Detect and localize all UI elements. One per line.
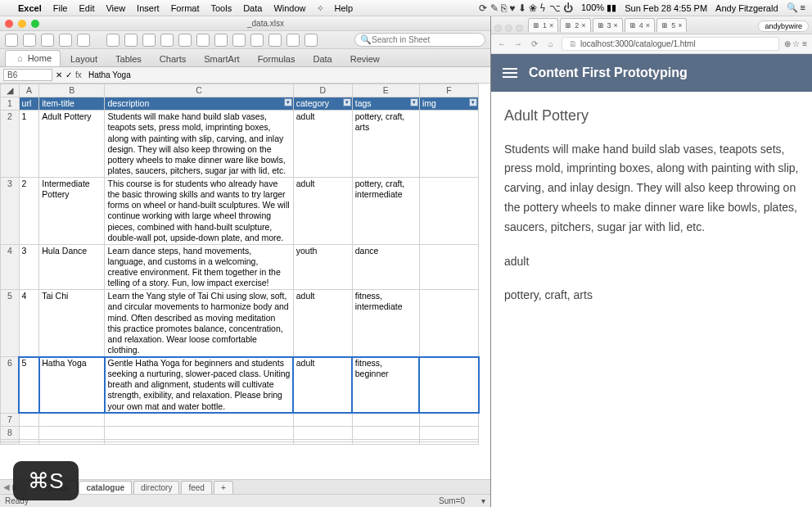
cell[interactable]: adult bbox=[293, 178, 352, 245]
sheet-add-button[interactable]: + bbox=[214, 481, 233, 494]
cell[interactable]: 2 bbox=[19, 178, 39, 245]
menu-format[interactable]: Format bbox=[171, 3, 200, 13]
cell[interactable]: 1 bbox=[19, 111, 39, 178]
header-item-title[interactable]: item-title bbox=[39, 97, 105, 111]
minimize-icon[interactable] bbox=[505, 25, 512, 32]
fullscreen-icon[interactable] bbox=[516, 25, 523, 32]
cell[interactable]: pottery, craft, arts bbox=[352, 111, 419, 178]
row-header[interactable]: 4 bbox=[1, 244, 20, 290]
hamburger-icon[interactable] bbox=[503, 68, 517, 78]
tab-close-icon[interactable]: × bbox=[614, 21, 618, 29]
qat-undo[interactable] bbox=[178, 34, 192, 47]
menu-help[interactable]: Help bbox=[335, 3, 354, 13]
view-controls[interactable]: ▾ bbox=[481, 496, 485, 505]
close-icon[interactable] bbox=[494, 25, 502, 32]
cell-selected[interactable]: Hatha Yoga bbox=[39, 357, 105, 414]
qat-autosum[interactable] bbox=[214, 34, 228, 47]
tab-close-icon[interactable]: × bbox=[581, 21, 585, 29]
fullscreen-icon[interactable] bbox=[31, 20, 39, 28]
tab-review[interactable]: Review bbox=[342, 52, 388, 66]
tab-tables[interactable]: Tables bbox=[107, 52, 150, 66]
name-box[interactable]: B6 bbox=[3, 69, 52, 81]
qat-button[interactable] bbox=[5, 34, 18, 47]
tab-close-icon[interactable]: × bbox=[549, 21, 553, 29]
menubar-right-icons[interactable]: 🔍 ≡ bbox=[787, 2, 805, 13]
addr-actions[interactable]: ⊕ ☆ ≡ bbox=[784, 39, 807, 48]
menu-data[interactable]: Data bbox=[243, 3, 262, 13]
table-row[interactable]: 8 bbox=[1, 426, 479, 439]
window-controls[interactable] bbox=[5, 20, 39, 28]
cell[interactable]: Gentle Hatha Yoga for beginners and stud… bbox=[105, 357, 293, 414]
filter-arrow-icon[interactable]: ▾ bbox=[343, 98, 351, 106]
browser-tab[interactable]: 🗎1× bbox=[528, 18, 558, 32]
filter-arrow-icon[interactable]: ▾ bbox=[410, 98, 418, 106]
forward-button[interactable]: → bbox=[512, 39, 524, 48]
cell[interactable]: Learn dance steps, hand movements, langu… bbox=[105, 244, 293, 290]
table-row[interactable]: 6 5 Hatha Yoga Gentle Hatha Yoga for beg… bbox=[1, 357, 479, 414]
qat-button[interactable] bbox=[23, 34, 36, 47]
url-input[interactable]: 🗎localhost:3000/catalogue/1.html bbox=[562, 37, 779, 51]
tab-charts[interactable]: Charts bbox=[151, 52, 194, 66]
menubar-status-icons[interactable]: ⟳ ✎ ⎘ ♥ ⬇ ❀ ϟ ⌥ ⏻ bbox=[479, 2, 573, 14]
header-tags[interactable]: tags▾ bbox=[352, 97, 419, 111]
tab-formulas[interactable]: Formulas bbox=[250, 52, 304, 66]
back-button[interactable]: ← bbox=[496, 39, 508, 48]
select-all-corner[interactable]: ◢ bbox=[1, 84, 20, 97]
cell[interactable]: Learn the Yang style of Tai Chi using sl… bbox=[105, 290, 293, 357]
table-row[interactable]: 3 2 Intermediate Pottery This course is … bbox=[1, 178, 479, 245]
cell[interactable]: youth bbox=[293, 244, 352, 290]
menu-edit[interactable]: Edit bbox=[79, 3, 94, 13]
row-header[interactable] bbox=[1, 441, 20, 444]
qat-sort[interactable] bbox=[232, 34, 246, 47]
qat-button[interactable] bbox=[286, 34, 300, 47]
cell[interactable] bbox=[419, 178, 478, 245]
fx-icon[interactable]: fx bbox=[75, 70, 85, 79]
cell[interactable]: adult bbox=[293, 290, 352, 357]
confirm-icon[interactable]: ✓ bbox=[65, 70, 72, 79]
tab-close-icon[interactable]: × bbox=[646, 21, 650, 29]
header-url[interactable]: url bbox=[19, 97, 39, 111]
sheet-directory[interactable]: directory bbox=[133, 481, 179, 494]
cell[interactable]: adult bbox=[293, 111, 352, 178]
qat-paste[interactable] bbox=[142, 34, 156, 47]
menu-insert[interactable]: Insert bbox=[137, 3, 160, 13]
cell[interactable]: Students will make hand build slab vases… bbox=[105, 111, 293, 178]
menu-tools[interactable]: Tools bbox=[210, 3, 232, 13]
table-row[interactable]: 5 4 Tai Chi Learn the Yang style of Tai … bbox=[1, 290, 479, 357]
browser-tab[interactable]: 🗎4× bbox=[625, 18, 655, 32]
home-button[interactable]: ⌂ bbox=[545, 39, 557, 48]
row-header[interactable]: 3 bbox=[1, 178, 20, 245]
filter-arrow-icon[interactable]: ▾ bbox=[284, 98, 292, 106]
row-header[interactable]: 8 bbox=[1, 426, 20, 439]
cell[interactable]: fitness, beginner bbox=[352, 357, 419, 414]
qat-copy[interactable] bbox=[124, 34, 138, 47]
cell[interactable]: fitness, intermediate bbox=[352, 290, 419, 357]
browser-tab[interactable]: 🗎3× bbox=[593, 18, 623, 32]
browser-tab[interactable]: 🗎2× bbox=[560, 18, 590, 32]
minimize-icon[interactable] bbox=[18, 20, 26, 28]
row-header[interactable]: 6 bbox=[1, 357, 20, 414]
cell[interactable] bbox=[419, 357, 478, 414]
sheet-feed[interactable]: feed bbox=[181, 481, 211, 494]
tab-close-icon[interactable]: × bbox=[678, 21, 682, 29]
profile-button[interactable]: andybywire bbox=[758, 20, 809, 32]
qat-filter[interactable] bbox=[250, 34, 264, 47]
cell[interactable]: Adult Pottery bbox=[39, 111, 105, 178]
cancel-icon[interactable]: ✕ bbox=[56, 70, 62, 79]
tab-data[interactable]: Data bbox=[304, 52, 340, 66]
qat-button[interactable] bbox=[41, 34, 54, 47]
cell[interactable] bbox=[419, 111, 478, 178]
cell[interactable]: 3 bbox=[19, 244, 39, 290]
row-header[interactable]: 5 bbox=[1, 290, 20, 357]
qat-button[interactable] bbox=[268, 34, 282, 47]
tab-layout[interactable]: Layout bbox=[62, 52, 106, 66]
cell[interactable]: Hula Dance bbox=[39, 244, 105, 290]
search-input[interactable] bbox=[372, 35, 480, 44]
qat-redo[interactable] bbox=[196, 34, 210, 47]
filter-arrow-icon[interactable]: ▾ bbox=[469, 98, 477, 106]
browser-tab[interactable]: 🗎5× bbox=[656, 18, 687, 32]
cell[interactable] bbox=[419, 244, 478, 290]
spreadsheet-grid[interactable]: ◢ A B C D E F 1 url item-title descripti… bbox=[0, 84, 479, 445]
row-header[interactable]: 1 bbox=[1, 97, 20, 111]
qat-format-painter[interactable] bbox=[160, 34, 174, 47]
